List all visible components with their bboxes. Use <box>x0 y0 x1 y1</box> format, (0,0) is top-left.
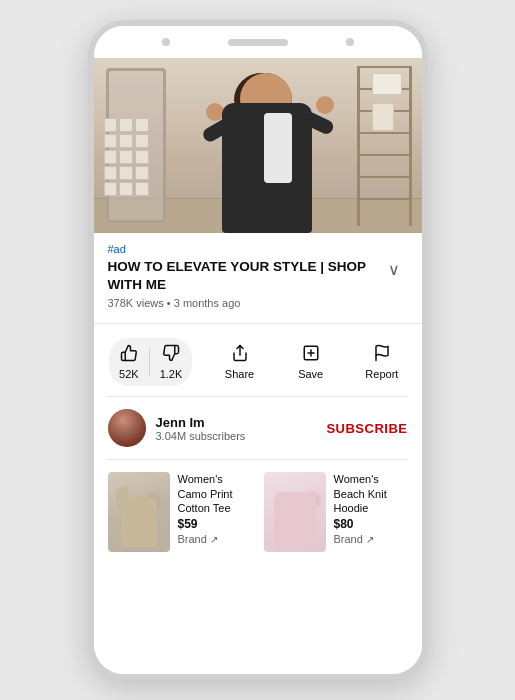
shelf <box>360 176 409 178</box>
product-details-2: Women's Beach Knit Hoodie $80 Brand ↗ <box>334 472 408 545</box>
product-name-2: Women's Beach Knit Hoodie <box>334 472 408 515</box>
hoodie-shape <box>270 482 320 547</box>
subscribe-button[interactable]: SUBSCRIBE <box>326 421 407 436</box>
product-image-1 <box>108 472 170 552</box>
storage-box <box>119 134 133 148</box>
product-price-1: $59 <box>178 517 252 531</box>
storage-box <box>135 134 149 148</box>
storage-box <box>119 166 133 180</box>
storage-box <box>119 118 133 132</box>
product-price-2: $80 <box>334 517 408 531</box>
person-figure <box>202 68 342 233</box>
channel-avatar[interactable] <box>108 409 146 447</box>
divider <box>108 396 408 397</box>
avatar-image <box>108 409 146 447</box>
dislike-count: 1.2K <box>160 368 183 380</box>
share-icon <box>231 344 249 365</box>
product-card-1[interactable]: Women's Camo Print Cotton Tee $59 Brand … <box>108 472 252 552</box>
subscriber-count: 3.04M subscribers <box>156 430 327 442</box>
save-label: Save <box>298 368 323 380</box>
chevron-down-icon[interactable]: ∨ <box>388 260 408 280</box>
storage-box <box>135 118 149 132</box>
thumbs-up-icon <box>120 344 138 365</box>
product-brand-2: Brand ↗ <box>334 533 408 545</box>
flag-icon <box>373 344 391 365</box>
shelf <box>360 66 409 68</box>
storage-box <box>119 182 133 196</box>
external-link-icon: ↗ <box>210 534 218 545</box>
storage-box <box>135 150 149 164</box>
like-button[interactable]: 52K <box>109 338 149 386</box>
storage-box <box>104 118 118 132</box>
share-label: Share <box>225 368 254 380</box>
shirt-shape <box>116 487 162 547</box>
storage-box <box>104 166 118 180</box>
storage-unit <box>104 118 149 198</box>
storage-box <box>135 182 149 196</box>
shirt <box>264 113 292 183</box>
channel-row: Jenn Im 3.04M subscribers SUBSCRIBE <box>94 401 422 455</box>
channel-info: Jenn Im 3.04M subscribers <box>156 415 327 442</box>
art-piece <box>372 103 394 131</box>
video-title: HOW TO ELEVATE YOUR STYLE | SHOP WITH ME <box>108 258 382 294</box>
product-image-2 <box>264 472 326 552</box>
like-dislike-group: 52K 1.2K <box>109 338 192 386</box>
storage-box <box>104 150 118 164</box>
shelf <box>360 198 409 200</box>
ad-tag: #ad <box>108 243 408 255</box>
shelf <box>360 154 409 156</box>
legs <box>237 188 297 233</box>
channel-name[interactable]: Jenn Im <box>156 415 327 430</box>
save-button[interactable]: Save <box>287 344 335 380</box>
report-label: Report <box>365 368 398 380</box>
art-piece <box>372 73 402 95</box>
save-icon <box>302 344 320 365</box>
storage-box <box>135 166 149 180</box>
phone-button-right <box>346 38 354 46</box>
storage-box <box>104 134 118 148</box>
title-row: HOW TO ELEVATE YOUR STYLE | SHOP WITH ME… <box>108 258 408 294</box>
front-camera <box>162 38 170 46</box>
report-button[interactable]: Report <box>358 344 406 380</box>
product-card-2[interactable]: Women's Beach Knit Hoodie $80 Brand ↗ <box>264 472 408 552</box>
products-section: Women's Camo Print Cotton Tee $59 Brand … <box>94 464 422 560</box>
phone-top-bar <box>94 26 422 58</box>
phone-content: #ad HOW TO ELEVATE YOUR STYLE | SHOP WIT… <box>94 58 422 674</box>
divider <box>108 459 408 460</box>
product-details-1: Women's Camo Print Cotton Tee $59 Brand … <box>178 472 252 545</box>
thumbs-down-icon <box>162 344 180 365</box>
external-link-icon: ↗ <box>366 534 374 545</box>
actions-row: 52K 1.2K <box>94 332 422 392</box>
shelf <box>360 132 409 134</box>
info-section: #ad HOW TO ELEVATE YOUR STYLE | SHOP WIT… <box>94 233 422 315</box>
like-count: 52K <box>119 368 139 380</box>
phone-frame: #ad HOW TO ELEVATE YOUR STYLE | SHOP WIT… <box>88 20 428 680</box>
wall-art <box>372 73 402 131</box>
storage-box <box>104 182 118 196</box>
brand-label-2: Brand <box>334 533 363 545</box>
video-meta: 378K views • 3 months ago <box>108 297 408 309</box>
product-brand-1: Brand ↗ <box>178 533 252 545</box>
divider <box>94 323 422 324</box>
video-thumbnail[interactable] <box>94 58 422 233</box>
product-name-1: Women's Camo Print Cotton Tee <box>178 472 252 515</box>
dislike-button[interactable]: 1.2K <box>150 338 193 386</box>
brand-label-1: Brand <box>178 533 207 545</box>
storage-box <box>119 150 133 164</box>
share-button[interactable]: Share <box>216 344 264 380</box>
speaker <box>228 39 288 46</box>
hand-right <box>316 96 334 114</box>
